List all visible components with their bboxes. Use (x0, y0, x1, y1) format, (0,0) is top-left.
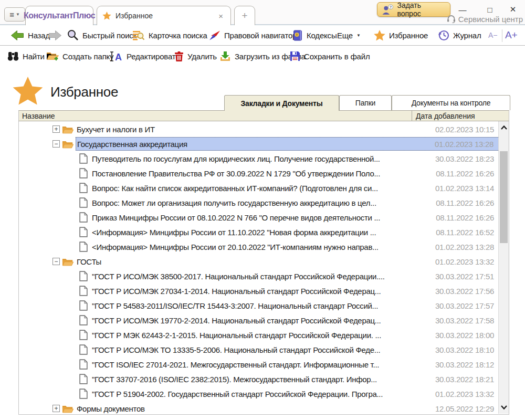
search-card-button[interactable]: Карточка поиска (132, 25, 207, 45)
tree-folder-row[interactable]: −Государственная аккредитация01.02.2023 … (19, 136, 499, 151)
row-indent (19, 374, 91, 384)
tree-folder-row[interactable]: +Формы документов12.05.2022 12:29 (19, 401, 499, 416)
tree-document-row[interactable]: "ГОСТ Р 51904-2002. Государственный стан… (19, 386, 499, 401)
scroll-down-button[interactable] (499, 402, 509, 413)
tree-document-row[interactable]: "ГОСТ Р ИСО/МЭК 19770-2-2014. Национальн… (19, 313, 499, 328)
consultantplus-logo-tab[interactable]: КонсультантПлюс (25, 6, 93, 25)
row-content[interactable]: Вопрос: Может ли организация получить го… (91, 196, 499, 209)
row-content[interactable]: Бухучет и налоги в ИТ02.02.2023 10:15 (76, 122, 499, 136)
tree-document-row[interactable]: <Информация> Минцифры России от 20.10.20… (19, 239, 499, 254)
quick-search-button[interactable]: Быстрый поиск (67, 25, 136, 45)
find-button[interactable]: Найти (7, 46, 45, 66)
tree-document-row[interactable]: Путеводитель по госуслугам для юридическ… (19, 151, 499, 166)
tab-bookmarks-and-documents[interactable]: Закладки и Документы (224, 95, 339, 111)
row-content[interactable]: "ГОСТ Р МЭК 62443-2-1-2015. Национальный… (91, 328, 499, 342)
more-label: Еще (337, 31, 353, 40)
window-minimize-button[interactable]: — (455, 3, 470, 16)
column-date-added[interactable]: Дата добавления (412, 112, 509, 120)
row-label: "ГОСТ Р ИСО/МЭК 38500-2017. Национальный… (92, 272, 427, 281)
tree-document-row[interactable]: "ГОСТ Р ИСО/МЭК 27034-1-2014. Национальн… (19, 284, 499, 298)
create-folder-button[interactable]: Создать папку (46, 46, 113, 66)
tree-folder-row[interactable]: +Бухучет и налоги в ИТ02.02.2023 10:15 (19, 122, 499, 136)
collapse-toggle[interactable]: − (52, 258, 60, 265)
service-center-link[interactable]: Сервисный центр (447, 15, 523, 24)
row-content[interactable]: "ГОСТ Р ИСО/МЭК 38500-2017. Национальный… (91, 269, 499, 283)
more-button[interactable]: Еще ▼ (337, 25, 361, 45)
vertical-scrollbar[interactable] (498, 121, 509, 414)
collapse-toggle[interactable]: − (52, 140, 60, 148)
row-date-added: 30.03.2022 18:12 (427, 360, 499, 369)
row-content-selected[interactable]: Государственная аккредитация01.02.2023 1… (76, 137, 499, 151)
row-label: "ГОСТ Р ИСО/МЭК 19770-2-2014. Национальн… (92, 316, 427, 325)
scroll-up-button[interactable] (499, 122, 509, 133)
row-date-added: 01.02.2023 13:32 (427, 257, 499, 266)
row-content[interactable]: Постановление Правительства РФ от 30.09.… (91, 166, 499, 180)
tree-document-row[interactable]: "ГОСТ 33707-2016 (ISO/IEC 2382:2015). Ме… (19, 372, 499, 386)
row-indent (19, 153, 91, 164)
tab-favorites[interactable]: Избранное × (97, 6, 231, 25)
delete-button[interactable]: Удалить (174, 46, 217, 66)
row-content[interactable]: "ГОСТ 33707-2016 (ISO/IEC 2382:2015). Ме… (91, 372, 499, 386)
document-icon (79, 374, 88, 384)
tree-document-row[interactable]: Постановление Правительства РФ от 30.09.… (19, 166, 499, 181)
row-content[interactable]: "ГОСТ Р ИСО/МЭК 27034-1-2014. Национальн… (91, 284, 499, 298)
tree-folder-row[interactable]: −ГОСТы01.02.2023 13:32 (19, 254, 499, 269)
tree-document-row[interactable]: <Информация> Минцифры России от 11.10.20… (19, 225, 499, 239)
row-content[interactable]: "ГОСТ Р ИСО/МЭК ТО 13335-5-2006. Национа… (91, 343, 499, 356)
headset-icon (447, 15, 456, 23)
scrollbar-thumb[interactable] (500, 151, 508, 243)
tab-favorites-label: Избранное (116, 12, 212, 20)
row-content[interactable]: ГОСТы01.02.2023 13:32 (76, 255, 499, 268)
forward-arrow-icon (48, 30, 62, 41)
document-icon (79, 242, 88, 252)
row-content[interactable]: "ГОСТ ISO/IEC 27014-2021. Межгосударстве… (91, 358, 499, 371)
row-content[interactable]: <Информация> Минцифры России от 11.10.20… (91, 225, 499, 239)
row-label: Бухучет и налоги в ИТ (77, 125, 427, 134)
forward-button[interactable] (48, 25, 62, 45)
tree-document-row[interactable]: Вопрос: Как найти список аккредитованных… (19, 181, 499, 195)
back-button[interactable]: Назад (10, 25, 50, 45)
tree-document-row[interactable]: "ГОСТ ISO/IEC 27014-2021. Межгосударстве… (19, 357, 499, 372)
row-content[interactable]: "ГОСТ Р ИСО/МЭК 19770-2-2014. Национальн… (91, 313, 499, 327)
row-content[interactable]: "ГОСТ Р 51904-2002. Государственный стан… (91, 387, 499, 401)
tree-document-row[interactable]: "ГОСТ Р МЭК 62443-2-1-2015. Национальный… (19, 328, 499, 342)
ask-question-button[interactable]: ? Задать вопрос (377, 2, 450, 17)
tree-document-row[interactable]: Приказ Минцифры России от 08.10.2022 N 7… (19, 210, 499, 225)
new-tab-button[interactable]: + (234, 6, 255, 25)
favorites-button[interactable]: Избранное (374, 25, 428, 45)
codes-button[interactable]: Кодексы (293, 25, 337, 45)
column-name[interactable]: Название (19, 112, 412, 120)
main-menu-button[interactable]: ≡ ▼ (4, 7, 25, 22)
favorites-label: Избранное (389, 31, 428, 40)
document-icon (79, 315, 88, 326)
font-larger-button[interactable]: A+ (505, 25, 517, 45)
journal-button[interactable]: Журнал (438, 25, 481, 45)
tab-folders[interactable]: Папки (339, 95, 392, 110)
row-indent (19, 300, 91, 311)
expand-toggle[interactable]: + (52, 125, 60, 133)
tree-document-row[interactable]: "ГОСТ Р ИСО/МЭК 38500-2017. Национальный… (19, 269, 499, 284)
tree-document-row[interactable]: Вопрос: Может ли организация получить го… (19, 195, 499, 210)
history-clock-icon (438, 29, 449, 41)
favorites-tree: +Бухучет и налоги в ИТ02.02.2023 10:15−Г… (18, 121, 509, 415)
row-date-added: 02.02.2023 10:15 (427, 125, 499, 134)
row-indent (19, 183, 91, 193)
row-content[interactable]: Приказ Минцифры России от 08.10.2022 N 7… (91, 211, 499, 224)
window-close-button[interactable]: ✕ (505, 3, 521, 16)
save-to-file-button[interactable]: Сохранить в файл (290, 46, 370, 66)
row-content[interactable]: <Информация> Минцифры России от 20.10.20… (91, 240, 499, 254)
row-content[interactable]: Формы документов12.05.2022 12:29 (76, 402, 499, 415)
close-tab-icon[interactable]: × (216, 12, 225, 20)
window-tab-bar: ≡ ▼ КонсультантПлюс Избранное × + ? Зада… (0, 0, 525, 25)
row-content[interactable]: "ГОСТ Р 54583-2011/ISO/IEC/TR 15443-3:20… (91, 299, 499, 312)
tree-document-row[interactable]: "ГОСТ Р ИСО/МЭК ТО 13335-5-2006. Национа… (19, 342, 499, 357)
row-content[interactable]: Путеводитель по госуслугам для юридическ… (91, 152, 499, 165)
row-content[interactable]: Вопрос: Как найти список аккредитованных… (91, 181, 499, 195)
edit-button[interactable]: A Редактировать (109, 46, 180, 66)
legal-navigator-button[interactable]: Правовой навигатор (209, 25, 297, 45)
tree-document-row[interactable]: "ГОСТ Р 54583-2011/ISO/IEC/TR 15443-3:20… (19, 298, 499, 313)
tab-documents-on-control[interactable]: Документы на контроле (392, 95, 510, 110)
window-maximize-button[interactable]: □ (482, 3, 498, 16)
font-smaller-button[interactable]: A− (488, 25, 497, 45)
expand-toggle[interactable]: + (52, 405, 60, 412)
